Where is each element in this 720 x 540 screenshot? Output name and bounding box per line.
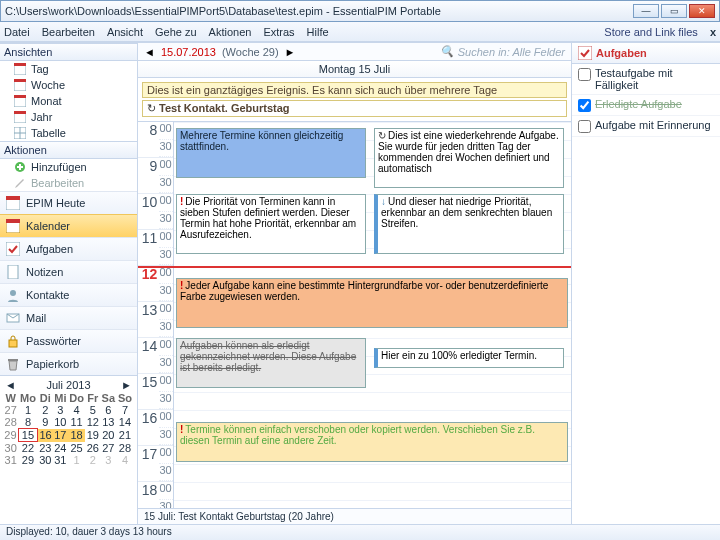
- cal-day[interactable]: 21: [116, 429, 133, 442]
- view-label: Tag: [31, 63, 49, 75]
- task-checkbox[interactable]: [578, 99, 591, 112]
- calendar-event[interactable]: Termine können einfach verschoben oder k…: [176, 422, 568, 462]
- cal-day[interactable]: 2: [38, 404, 53, 416]
- action-add[interactable]: Hinzufügen: [0, 159, 137, 175]
- menu-aktionen[interactable]: Aktionen: [209, 26, 252, 38]
- check-icon: [578, 46, 592, 60]
- cal-day[interactable]: 1: [18, 404, 37, 416]
- task-checkbox[interactable]: [578, 68, 591, 81]
- search-box[interactable]: 🔍 Suchen in: Alle Felder: [302, 45, 566, 58]
- cal-day[interactable]: 2: [85, 454, 100, 466]
- cal-day[interactable]: 14: [116, 416, 133, 429]
- nav-epim-heute[interactable]: EPIM Heute: [0, 191, 137, 214]
- task-item[interactable]: Testaufgabe mit Fälligkeit: [572, 64, 720, 95]
- prev-day-button[interactable]: ◄: [144, 46, 155, 58]
- calendar-event[interactable]: Die Priorität von Terminen kann in siebe…: [176, 194, 366, 254]
- allday-event[interactable]: Dies ist ein ganztägiges Ereignis. Es ka…: [142, 82, 567, 98]
- cal-day[interactable]: 10: [53, 416, 68, 429]
- cal-day[interactable]: 30: [38, 454, 53, 466]
- event-slots[interactable]: Mehrere Termine können gleichzeitig stat…: [174, 122, 571, 508]
- cal-day[interactable]: 18: [68, 429, 86, 442]
- svg-rect-5: [14, 95, 26, 98]
- cal-day[interactable]: 1: [68, 454, 86, 466]
- allday-event[interactable]: ↻Test Kontakt. Geburtstag: [142, 100, 567, 117]
- calendar-event[interactable]: Dies ist eine wiederkehrende Aufgabe. Si…: [374, 128, 564, 188]
- close-button[interactable]: ✕: [689, 4, 715, 18]
- nav-label: Papierkorb: [26, 358, 79, 370]
- mail-icon: [6, 311, 20, 325]
- search-placeholder: Suchen in: Alle Felder: [458, 46, 565, 58]
- cal-day[interactable]: 6: [100, 404, 116, 416]
- cal-day[interactable]: 3: [100, 454, 116, 466]
- calendar-event[interactable]: Aufgaben können als erledigt gekennzeich…: [176, 338, 366, 388]
- view-monat[interactable]: Monat: [0, 93, 137, 109]
- menu-datei[interactable]: Datei: [4, 26, 30, 38]
- nav-label: Kontakte: [26, 289, 69, 301]
- cal-day[interactable]: 31: [53, 454, 68, 466]
- current-date: 15.07.2013: [161, 46, 216, 58]
- cal-day[interactable]: 23: [38, 442, 53, 455]
- cal-day[interactable]: 22: [18, 442, 37, 455]
- nav-notizen[interactable]: Notizen: [0, 260, 137, 283]
- cal-day[interactable]: 25: [68, 442, 86, 455]
- table-icon: [14, 127, 26, 139]
- menu-ansicht[interactable]: Ansicht: [107, 26, 143, 38]
- view-tabelle[interactable]: Tabelle: [0, 125, 137, 141]
- menu-extras[interactable]: Extras: [263, 26, 294, 38]
- cal-day[interactable]: 4: [68, 404, 86, 416]
- menu-bearbeiten[interactable]: Bearbeiten: [42, 26, 95, 38]
- cal-next-icon[interactable]: ►: [121, 379, 132, 391]
- menu-gehezu[interactable]: Gehe zu: [155, 26, 197, 38]
- store-link[interactable]: Store and Link files: [604, 26, 698, 38]
- calendar-event[interactable]: Und dieser hat niedrige Priorität, erken…: [374, 194, 564, 254]
- cal-day[interactable]: 27: [100, 442, 116, 455]
- nav-kalender[interactable]: Kalender: [0, 214, 137, 237]
- cal-day[interactable]: 20: [100, 429, 116, 442]
- calendar-event[interactable]: Jeder Aufgabe kann eine bestimmte Hinter…: [176, 278, 568, 328]
- mini-calendar[interactable]: ◄ Juli 2013 ► WMoDiMiDoFrSaSo27123456728…: [0, 375, 137, 469]
- cal-day[interactable]: 8: [18, 416, 37, 429]
- cal-day[interactable]: 4: [116, 454, 133, 466]
- cal-day[interactable]: 9: [38, 416, 53, 429]
- panel-close-button[interactable]: x: [710, 26, 716, 38]
- year-icon: [14, 111, 26, 123]
- task-item[interactable]: Erledigte Aufgabe: [572, 95, 720, 116]
- cal-day[interactable]: 13: [100, 416, 116, 429]
- cal-day[interactable]: 12: [85, 416, 100, 429]
- menu-hilfe[interactable]: Hilfe: [307, 26, 329, 38]
- cal-day[interactable]: 7: [116, 404, 133, 416]
- task-text: Aufgabe mit Erinnerung: [595, 119, 711, 131]
- cal-day[interactable]: 19: [85, 429, 100, 442]
- cal-day[interactable]: 28: [116, 442, 133, 455]
- cal-day[interactable]: 11: [68, 416, 86, 429]
- cal-day[interactable]: 29: [18, 454, 37, 466]
- calendar-event[interactable]: Mehrere Termine können gleichzeitig stat…: [176, 128, 366, 178]
- nav-aufgaben[interactable]: Aufgaben: [0, 237, 137, 260]
- search-icon: 🔍: [440, 45, 454, 58]
- task-item[interactable]: Aufgabe mit Erinnerung: [572, 116, 720, 137]
- mini-cal-grid[interactable]: WMoDiMiDoFrSaSo2712345672889101112131429…: [3, 392, 134, 466]
- cal-day[interactable]: 26: [85, 442, 100, 455]
- cal-day[interactable]: 17: [53, 429, 68, 442]
- nav-mail[interactable]: Mail: [0, 306, 137, 329]
- cal-day[interactable]: 24: [53, 442, 68, 455]
- task-checkbox[interactable]: [578, 120, 591, 133]
- nav-papierkorb[interactable]: Papierkorb: [0, 352, 137, 375]
- maximize-button[interactable]: ▭: [661, 4, 687, 18]
- cal-prev-icon[interactable]: ◄: [5, 379, 16, 391]
- cal-day[interactable]: 16: [38, 429, 53, 442]
- next-day-button[interactable]: ►: [285, 46, 296, 58]
- minimize-button[interactable]: —: [633, 4, 659, 18]
- view-jahr[interactable]: Jahr: [0, 109, 137, 125]
- cal-day[interactable]: 15: [18, 429, 37, 442]
- cal-day[interactable]: 5: [85, 404, 100, 416]
- tasks-header: Aufgaben: [572, 43, 720, 64]
- cal-day[interactable]: 3: [53, 404, 68, 416]
- nav-passwoerter[interactable]: Passwörter: [0, 329, 137, 352]
- nav-kontakte[interactable]: Kontakte: [0, 283, 137, 306]
- view-tag[interactable]: Tag: [0, 61, 137, 77]
- calendar-event[interactable]: Hier ein zu 100% erledigter Termin.: [374, 348, 564, 368]
- nav-label: Notizen: [26, 266, 63, 278]
- view-woche[interactable]: Woche: [0, 77, 137, 93]
- time-grid[interactable]: 8003090030100030110030120030130030140030…: [138, 122, 571, 508]
